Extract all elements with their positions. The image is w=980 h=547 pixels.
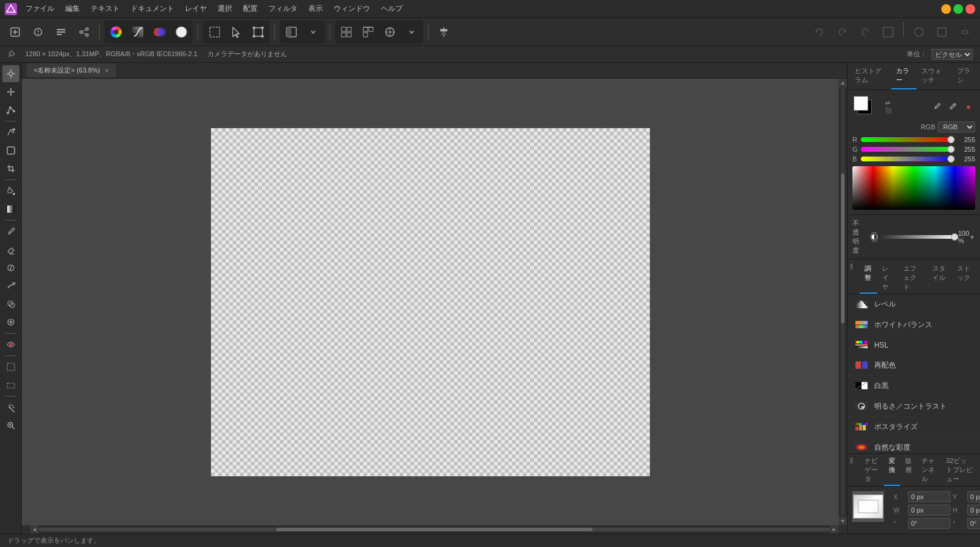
toolbar-new-icon[interactable] xyxy=(5,22,25,42)
view-toggle-2[interactable] xyxy=(932,22,952,42)
dodge-tool[interactable] xyxy=(2,259,19,276)
selection-tool-button[interactable] xyxy=(226,22,247,42)
tab-color[interactable]: カラー xyxy=(891,63,917,89)
menu-layer[interactable]: レイヤ xyxy=(180,2,212,16)
opacity-slider[interactable] xyxy=(880,235,958,239)
adj-tab-layers[interactable]: レイヤ xyxy=(877,262,898,294)
h-scroll-track[interactable] xyxy=(39,528,830,531)
color-model-select[interactable]: RGB HSL CMYK LAB xyxy=(938,121,975,132)
brush-tool[interactable] xyxy=(2,223,19,240)
grid-button[interactable] xyxy=(336,22,357,42)
menu-filter[interactable]: フィルタ xyxy=(264,2,302,16)
transform-x-input[interactable] xyxy=(908,491,950,502)
settings-button[interactable] xyxy=(878,22,898,42)
gradient-tool[interactable] xyxy=(2,201,19,218)
v-scroll-thumb[interactable] xyxy=(841,173,845,323)
curves-button[interactable] xyxy=(128,22,148,42)
canvas[interactable] xyxy=(211,128,650,476)
v-scroll-up-button[interactable]: ▲ xyxy=(839,79,847,87)
v-scroll-down-button[interactable]: ▼ xyxy=(839,517,847,525)
history-button[interactable] xyxy=(855,22,875,42)
pan-tool[interactable] xyxy=(2,65,19,82)
transform-y-input[interactable] xyxy=(967,491,980,502)
undo-button[interactable] xyxy=(809,22,829,42)
adj-tab-styles[interactable]: スタイル xyxy=(927,262,953,294)
crop-tool[interactable] xyxy=(2,160,19,177)
menu-arrange[interactable]: 配置 xyxy=(238,2,262,16)
transform-rot2-input[interactable] xyxy=(967,518,980,529)
pencil-icon[interactable] xyxy=(946,100,959,113)
view-toggle-3[interactable] xyxy=(955,22,975,42)
node-tool[interactable] xyxy=(2,102,19,118)
menu-text[interactable]: テキスト xyxy=(86,2,125,16)
magic-wand-tool[interactable] xyxy=(2,399,19,416)
shape-tool[interactable] xyxy=(2,142,19,159)
tab-swatch[interactable]: スウォッチ xyxy=(917,63,952,89)
adj-tab-adjustments[interactable]: 調整 xyxy=(860,262,877,294)
snap-button[interactable] xyxy=(358,22,378,42)
color-picker-gradient[interactable] xyxy=(852,166,975,210)
mask-button[interactable] xyxy=(281,22,302,42)
mask-dropdown-button[interactable] xyxy=(303,22,323,42)
marquee-tool-button[interactable] xyxy=(204,22,225,42)
redo-button[interactable] xyxy=(832,22,852,42)
color-wheel-button[interactable] xyxy=(106,22,126,42)
color-balance-button[interactable] xyxy=(149,22,170,42)
h-scroll-right-button[interactable]: ► xyxy=(830,525,839,534)
opacity-dropdown-icon[interactable]: ▼ xyxy=(969,234,975,241)
guides-dropdown-button[interactable] xyxy=(401,22,422,42)
fg-color-swatch[interactable] xyxy=(854,96,868,111)
reset-colors-icon[interactable]: ⬛ xyxy=(885,108,892,114)
tab-histogram[interactable]: ヒストグラム xyxy=(850,63,891,89)
b-slider[interactable] xyxy=(861,157,955,161)
adj-item-recolor[interactable]: 再配色 xyxy=(848,355,980,376)
align-button[interactable] xyxy=(433,22,454,42)
unit-select[interactable]: ピクセル mm cm インチ xyxy=(932,49,973,60)
minimize-button[interactable] xyxy=(941,4,951,14)
view-toggle-1[interactable] xyxy=(909,22,929,42)
clone-tool[interactable] xyxy=(2,296,19,312)
adj-tab-stock[interactable]: ストック xyxy=(952,262,978,294)
toolbar-history-icon[interactable] xyxy=(51,22,71,42)
menu-edit[interactable]: 編集 xyxy=(60,2,85,16)
r-slider[interactable] xyxy=(861,137,955,142)
v-scrollbar[interactable]: ▲ ▼ xyxy=(839,79,847,525)
white-button[interactable] xyxy=(171,22,192,42)
toolbar-share-icon[interactable] xyxy=(74,22,94,42)
transform-h-input[interactable] xyxy=(967,505,980,516)
rect-selection-tool[interactable] xyxy=(2,377,19,393)
selection-brush-tool[interactable] xyxy=(2,358,19,375)
adj-item-hsl[interactable]: HSL xyxy=(848,335,980,355)
move-tool[interactable] xyxy=(2,83,19,100)
fill-tool[interactable] xyxy=(2,183,19,199)
adj-item-levels[interactable]: レベル xyxy=(848,294,980,315)
adj-item-whitebalance[interactable]: ホワイトバランス xyxy=(848,315,980,335)
maximize-button[interactable] xyxy=(953,4,963,14)
swap-colors-icon[interactable]: ⇄ xyxy=(885,100,892,106)
guides-button[interactable] xyxy=(380,22,400,42)
tab-brush[interactable]: ブラシ xyxy=(952,63,978,89)
eraser-tool[interactable] xyxy=(2,241,19,258)
canvas-tab-item[interactable]: <名称未設定> (63.8%) × xyxy=(27,63,116,77)
bottom-panel-collapse-icon[interactable]: ‖ xyxy=(850,457,853,464)
adj-item-brightness[interactable]: 明るさ／コントラスト xyxy=(848,396,980,417)
menu-file[interactable]: ファイル xyxy=(21,2,59,16)
bottom-tab-32bit[interactable]: 32ビットプレビュー xyxy=(941,454,978,486)
transform-w-input[interactable] xyxy=(908,505,950,516)
menu-window[interactable]: ウィンドウ xyxy=(329,2,375,16)
bottom-tab-transform[interactable]: 変換 xyxy=(884,454,900,486)
adj-item-blackwhite[interactable]: 白黒 xyxy=(848,376,980,396)
v-scroll-track[interactable] xyxy=(841,88,845,516)
adj-item-posterize[interactable]: ポスタライズ xyxy=(848,417,980,438)
g-slider[interactable] xyxy=(861,147,955,152)
canvas-tab-close-button[interactable]: × xyxy=(105,66,109,75)
h-scroll-left-button[interactable]: ◄ xyxy=(30,525,39,534)
bottom-tab-channels[interactable]: チャンネル xyxy=(917,454,941,486)
transform-rot1-input[interactable] xyxy=(908,518,950,529)
bottom-tab-navigator[interactable]: ナビゲータ xyxy=(860,454,884,486)
menu-help[interactable]: ヘルプ xyxy=(376,2,407,16)
smudge-tool[interactable] xyxy=(2,277,19,294)
redeye-tool[interactable] xyxy=(2,336,19,353)
eyedropper-icon[interactable] xyxy=(930,100,944,113)
heal-tool[interactable] xyxy=(2,314,19,331)
